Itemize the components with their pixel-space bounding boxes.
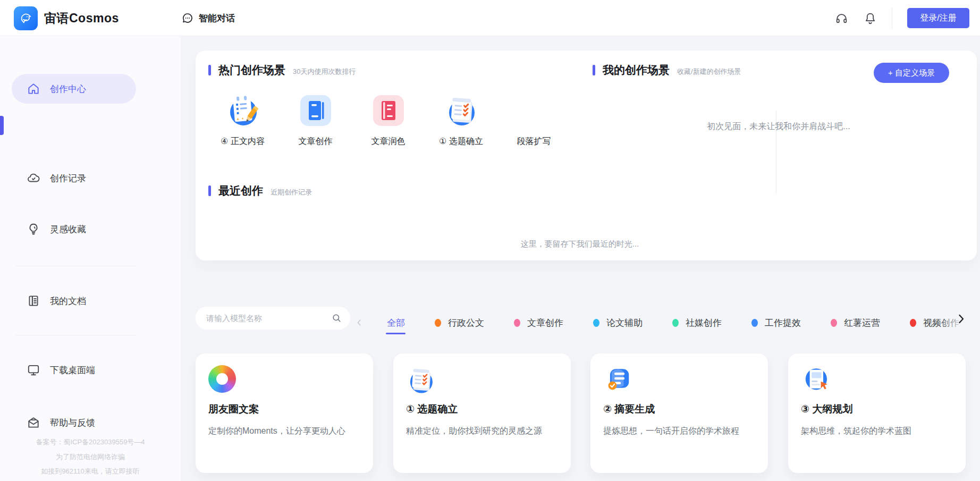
sidebar-item-help-feedback[interactable]: 帮助与反馈 [0,408,154,437]
category-dot [593,319,599,327]
sidebar-item-label: 我的文档 [50,295,86,307]
lightbulb-icon [27,222,40,236]
tab-article-creation[interactable]: 文章创作 [508,311,570,334]
active-item-accent-bar [0,116,4,135]
model-search [196,307,350,330]
tab-label: 社媒创作 [686,317,722,329]
top-header: 宙语Cosmos 智能对话 [0,0,980,36]
mail-icon [27,416,40,429]
card-description: 定制你的Moments，让分享更动人心 [208,424,364,438]
card-title: ② 摘要生成 [603,402,755,416]
tab-all[interactable]: 全部 [381,311,411,334]
hot-scene-label: ① 选题确立 [439,136,483,147]
header-actions: 登录/注册 [834,0,969,36]
category-dot [751,319,758,327]
cloud-check-icon [27,171,40,185]
category-dot [435,319,441,327]
tab-social-media[interactable]: 社媒创作 [666,311,728,334]
my-scenes-subtitle: 收藏/新建的创作场景 [677,67,741,77]
header-divider [892,7,892,29]
icp-record-line: 备案号：蜀ICP备2023039559号—4 [0,437,181,447]
custom-scene-button[interactable]: + 自定义场景 [874,63,949,83]
sidebar-divider [16,335,136,335]
hot-scenes-title: 热门创作场景 [218,63,285,78]
hot-scenes-subtitle: 30天内使用次数排行 [293,67,356,77]
sidebar-item-label: 创作记录 [50,172,86,184]
hot-scene-label: 文章创作 [299,136,333,147]
home-icon [27,82,40,96]
doc-check-icon [603,365,633,395]
app: 宙语Cosmos 智能对话 [0,0,980,481]
doc-cursor-icon [801,365,831,395]
anti-fraud-line-2: 如接到962110来电，请立即接听 [0,467,181,476]
card-title: 朋友圈文案 [208,402,360,416]
nav-smart-chat[interactable]: 智能对话 [181,0,235,36]
model-card-abstract-generation[interactable]: ② 摘要生成 提炼思想，一句话开启你的学术旅程 [590,353,768,473]
tab-paper-assist[interactable]: 论文辅助 [587,311,649,334]
my-scenes-title: 我的创作场景 [603,63,670,78]
model-card-topic-selection[interactable]: ① 选题确立 精准定位，助你找到研究的灵感之源 [393,353,571,473]
tab-label: 视频创作 [923,317,959,329]
login-register-button[interactable]: 登录/注册 [907,8,969,28]
category-dot [910,319,916,327]
hot-scene-article-creation[interactable]: 文章创作 [279,94,352,147]
card-title: ③ 大纲规划 [801,402,953,416]
card-description: 架构思维，筑起你的学术蓝图 [801,424,956,438]
tab-label: 文章创作 [527,317,563,329]
scene-body-content-icon [226,94,260,128]
checklist-icon [406,365,436,395]
sidebar-item-label: 创作中心 [50,83,86,95]
tab-label: 红薯运营 [844,317,880,329]
hot-scene-label: ④ 正文内容 [221,136,265,147]
hot-scene-body-content[interactable]: ④ 正文内容 [206,94,279,147]
brand: 宙语Cosmos [14,6,119,30]
brand-title: 宙语Cosmos [44,10,119,27]
tab-work-efficiency[interactable]: 工作提效 [745,311,807,334]
model-card-outline-planning[interactable]: ③ 大纲规划 架构思维，筑起你的学术蓝图 [788,353,966,473]
search-icon[interactable] [332,313,342,323]
sidebar-item-download-desktop[interactable]: 下载桌面端 [0,355,154,385]
sidebar-item-label: 下载桌面端 [50,364,95,376]
card-title: ① 选题确立 [406,402,558,416]
recent-creations-title: 最近创作 [218,183,263,198]
headphones-icon[interactable] [834,11,848,25]
card-description: 提炼思想，一句话开启你的学术旅程 [603,424,758,438]
sidebar-divider [16,266,136,266]
category-dot [672,319,679,327]
aperture-icon [208,365,238,395]
tabs-chevron-left-icon[interactable] [355,318,364,327]
tabs-chevron-right-icon[interactable] [954,313,967,325]
tab-label: 行政公文 [448,317,484,329]
sidebar-item-inspiration[interactable]: 灵感收藏 [0,214,154,244]
tab-label: 工作提效 [765,317,801,329]
sidebar-item-label: 灵感收藏 [50,223,86,235]
tab-xiaohongshu[interactable]: 红薯运营 [824,311,886,334]
scene-paragraph-expand-icon-empty [517,94,551,128]
sidebar-item-label: 帮助与反馈 [50,417,95,429]
hot-scene-label: 段落扩写 [517,136,551,147]
my-scenes-empty-text: 初次见面，未来让我和你并肩战斗吧... [580,121,977,132]
model-search-input[interactable] [196,307,350,330]
tab-label: 全部 [387,317,405,329]
title-accent-bar [593,65,595,75]
anti-fraud-line-1: 为了防范电信网络诈骗 [0,452,181,462]
hot-scene-article-polish[interactable]: 文章润色 [352,94,425,147]
recent-creations-subtitle: 近期创作记录 [271,188,312,197]
tab-gov-documents[interactable]: 行政公文 [428,311,491,334]
brand-logo-bird-icon [14,6,38,30]
hot-scene-paragraph-expand[interactable]: 段落扩写 [497,94,570,147]
title-accent-bar [208,185,211,196]
bell-icon[interactable] [863,11,877,25]
scene-article-icon [299,94,333,128]
sidebar-item-my-documents[interactable]: 我的文档 [0,286,154,316]
model-card-moments[interactable]: 朋友圈文案 定制你的Moments，让分享更动人心 [196,353,373,473]
category-tabs: 全部 行政公文 文章创作 论文辅助 社媒创作 工作提效 红薯运营 视频创作 [355,307,980,339]
category-dot [514,319,520,327]
sidebar-item-creation-center[interactable]: 创作中心 [0,74,154,104]
chat-bubble-icon [181,12,194,24]
scene-topic-icon [444,94,478,128]
sidebar-item-creation-records[interactable]: 创作记录 [0,163,154,193]
documents-icon [27,294,40,308]
hot-scene-topic-selection[interactable]: ① 选题确立 [425,94,497,147]
recent-creations-header: 最近创作 近期创作记录 [208,183,312,198]
